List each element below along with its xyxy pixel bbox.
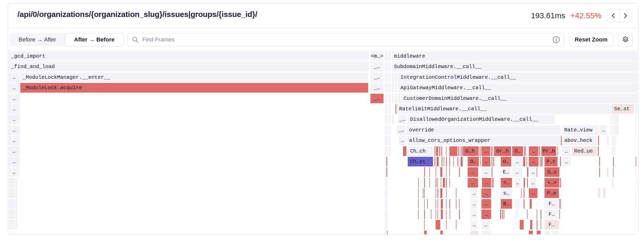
before-after-button[interactable]: Before → After	[10, 33, 65, 46]
reset-zoom-button[interactable]: Reset Zoom	[569, 33, 613, 46]
flame-frame[interactable]	[493, 157, 493, 166]
flame-frame[interactable]	[480, 157, 481, 166]
flame-frame[interactable]	[456, 188, 456, 198]
flame-frame[interactable]	[443, 178, 445, 188]
flame-frame[interactable]	[446, 220, 447, 230]
flame-frame[interactable]	[392, 83, 394, 93]
flame-frame[interactable]	[436, 167, 436, 177]
flame-frame[interactable]	[439, 146, 440, 156]
flame-frame[interactable]	[537, 167, 537, 177]
flame-frame[interactable]: Pr…h	[541, 146, 556, 156]
flame-frame[interactable]: …	[600, 125, 607, 135]
flame-frame[interactable]: …	[482, 178, 491, 188]
flame-frame[interactable]	[385, 188, 388, 198]
flame-frame[interactable]	[449, 146, 457, 156]
flame-frame[interactable]	[635, 125, 636, 135]
flame-frame[interactable]: …	[529, 146, 538, 156]
flame-frame[interactable]: RatelimitMiddleware.__call__	[397, 104, 611, 114]
flame-frame[interactable]	[637, 178, 637, 188]
flame-frame[interactable]: _…	[370, 94, 383, 103]
flame-frame[interactable]: <m…>	[370, 51, 383, 61]
flame-frame[interactable]: F…	[544, 220, 559, 230]
flame-frame[interactable]	[395, 104, 396, 114]
flame-frame[interactable]	[9, 188, 15, 198]
flame-frame[interactable]	[524, 199, 524, 209]
next-button[interactable]	[619, 9, 631, 22]
flame-frame[interactable]	[544, 231, 550, 234]
flame-frame[interactable]	[437, 157, 439, 166]
flame-frame[interactable]	[437, 188, 438, 198]
flame-frame[interactable]	[527, 209, 528, 219]
flame-frame[interactable]	[521, 188, 522, 198]
flame-frame[interactable]	[446, 199, 447, 209]
flame-frame[interactable]	[392, 73, 394, 82]
flame-frame[interactable]	[435, 146, 435, 156]
flame-frame[interactable]	[541, 157, 542, 166]
flame-frame[interactable]: DisallowedOrganizationMiddleware.__call_…	[408, 115, 555, 124]
flame-frame[interactable]	[460, 146, 460, 156]
flame-frame[interactable]: ApiGatewayMiddleware.__call__	[398, 83, 637, 93]
flame-frame[interactable]	[494, 157, 494, 166]
flame-frame[interactable]: _find_and_load	[9, 62, 369, 71]
flame-frame[interactable]	[418, 178, 419, 188]
flame-frame[interactable]	[436, 146, 438, 156]
flame-frame[interactable]: O…h	[463, 146, 479, 156]
flame-frame[interactable]	[524, 188, 524, 198]
flame-frame[interactable]	[388, 136, 391, 145]
flame-frame[interactable]: …	[9, 125, 20, 135]
flame-frame[interactable]	[598, 136, 599, 145]
flame-frame[interactable]: …	[9, 136, 20, 145]
flame-frame[interactable]	[437, 199, 438, 209]
flame-frame[interactable]	[552, 231, 559, 234]
flame-frame[interactable]	[9, 209, 15, 219]
flame-frame[interactable]	[385, 220, 388, 230]
flame-frame[interactable]	[449, 157, 450, 166]
flame-frame[interactable]	[424, 199, 425, 209]
flame-frame[interactable]	[524, 178, 525, 188]
flame-frame[interactable]	[431, 209, 431, 219]
flame-frame[interactable]	[441, 199, 443, 209]
flame-frame[interactable]	[436, 199, 436, 209]
flame-frame[interactable]	[539, 146, 540, 156]
flame-frame[interactable]	[436, 209, 436, 219]
flame-frame[interactable]: Ch…ch	[408, 146, 432, 156]
flame-frame[interactable]	[418, 209, 419, 219]
flame-frame[interactable]	[9, 178, 15, 188]
flame-frame[interactable]	[612, 115, 619, 124]
flame-frame[interactable]	[385, 209, 388, 219]
flame-frame[interactable]	[492, 178, 493, 188]
flame-frame[interactable]	[608, 136, 608, 145]
flame-frame[interactable]	[436, 220, 440, 230]
flame-frame[interactable]	[440, 188, 442, 198]
flame-frame[interactable]	[437, 209, 438, 219]
flame-frame[interactable]	[525, 146, 526, 156]
flame-frame[interactable]	[385, 73, 388, 82]
flame-frame[interactable]	[599, 167, 600, 177]
flame-frame[interactable]	[418, 188, 419, 198]
flame-frame[interactable]	[492, 146, 493, 156]
flame-frame[interactable]: _ModuleLockManager.__enter__	[20, 73, 368, 82]
flame-frame[interactable]	[440, 231, 443, 234]
flame-frame[interactable]: B…	[501, 199, 512, 209]
flame-frame[interactable]	[636, 199, 636, 209]
flame-frame[interactable]	[453, 157, 454, 166]
flame-frame[interactable]	[635, 104, 637, 114]
flame-frame[interactable]: …	[9, 94, 20, 103]
flame-frame[interactable]: …	[481, 167, 490, 177]
flame-frame[interactable]	[457, 157, 458, 166]
flame-frame[interactable]	[479, 146, 480, 156]
settings-button[interactable]	[618, 33, 633, 46]
flame-frame[interactable]	[385, 146, 388, 156]
flame-frame[interactable]	[560, 178, 561, 188]
flame-frame[interactable]	[515, 209, 519, 219]
find-frames-search[interactable]	[127, 33, 564, 46]
flame-frame[interactable]: …	[471, 220, 478, 230]
flame-frame[interactable]	[385, 178, 388, 188]
flame-frame[interactable]	[493, 178, 494, 188]
flame-frame[interactable]	[529, 231, 533, 234]
flame-frame[interactable]: _…	[370, 73, 383, 82]
flame-frame[interactable]	[540, 157, 540, 166]
flame-frame[interactable]	[537, 231, 541, 234]
flame-frame[interactable]	[385, 115, 388, 124]
flame-frame[interactable]	[446, 146, 447, 156]
